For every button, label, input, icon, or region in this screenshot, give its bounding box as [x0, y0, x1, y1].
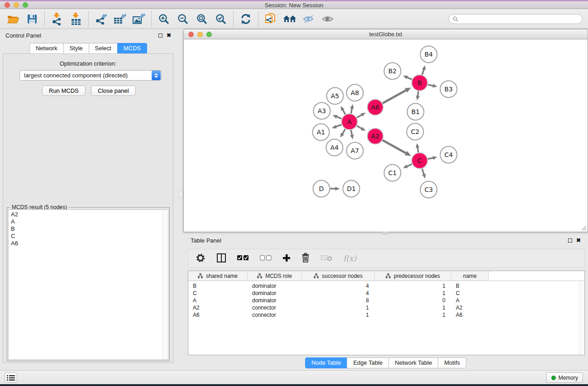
table-cell[interactable]: B	[188, 282, 248, 290]
tab-mcds[interactable]: MCDS	[117, 43, 147, 54]
refresh-layout-button[interactable]	[238, 11, 253, 27]
deselect-all-button[interactable]	[260, 255, 272, 262]
export-network-button[interactable]	[93, 11, 109, 27]
mcds-list-scrollbar[interactable]	[163, 210, 168, 359]
mcds-result-item[interactable]: A6	[9, 240, 162, 247]
vertical-splitter-handle[interactable]	[179, 191, 182, 198]
graph-edge-A-A2[interactable]	[357, 126, 363, 129]
table-row[interactable]: Bdominator41B	[188, 282, 584, 290]
table-row[interactable]: Adominator80A	[188, 297, 584, 304]
resize-grip-icon[interactable]	[581, 225, 587, 231]
select-all-button[interactable]	[237, 255, 249, 262]
mcds-result-item[interactable]: C	[9, 233, 162, 240]
show-all-button[interactable]	[320, 11, 335, 27]
table-cell[interactable]: dominator	[248, 282, 302, 290]
graph-edge-C-C3[interactable]	[422, 169, 424, 175]
graph-edge-B-B4[interactable]	[422, 69, 424, 75]
add-column-button[interactable]	[282, 254, 291, 263]
table-cell[interactable]: connector	[248, 311, 302, 319]
float-panel-icon[interactable]	[158, 33, 163, 38]
graph-edge-A-A6[interactable]	[357, 114, 363, 118]
table-row[interactable]: A6connector11A6	[188, 311, 584, 319]
table-cell[interactable]: 4	[302, 290, 375, 297]
tab-style[interactable]: Style	[63, 43, 89, 54]
import-network-button[interactable]	[49, 11, 65, 27]
network-window-titlebar[interactable]: testGlobe.txt	[183, 29, 588, 39]
column-header-shared-name[interactable]: shared name	[188, 271, 248, 281]
export-image-button[interactable]	[131, 11, 147, 27]
table-scrollbar[interactable]	[579, 281, 584, 354]
zoom-selected-button[interactable]	[213, 11, 229, 27]
table-cell[interactable]: B	[451, 282, 489, 290]
memory-button[interactable]: Memory	[546, 372, 583, 383]
table-cell[interactable]: 1	[302, 311, 375, 319]
search-input[interactable]	[460, 15, 578, 23]
mcds-result-item[interactable]: A	[9, 218, 162, 225]
tab-motifs[interactable]: Motifs	[438, 357, 466, 368]
zoom-out-button[interactable]	[175, 11, 191, 27]
table-cell[interactable]: 1	[375, 282, 451, 290]
graph-edge-B-B3[interactable]	[428, 85, 434, 86]
tab-select[interactable]: Select	[89, 43, 118, 54]
new-network-from-selection-button[interactable]	[263, 11, 278, 27]
graph-edge-A-A3[interactable]	[336, 116, 342, 119]
hide-selected-button[interactable]	[301, 11, 316, 27]
save-session-button[interactable]	[24, 11, 40, 27]
open-session-button[interactable]	[5, 11, 21, 27]
table-cell[interactable]: C	[451, 290, 489, 297]
table-cell[interactable]: A6	[451, 311, 489, 319]
table-cell[interactable]: A	[188, 297, 248, 304]
mcds-result-item[interactable]: A2	[9, 211, 162, 218]
column-header-name[interactable]: name	[451, 271, 489, 281]
tab-node-table[interactable]: Node Table	[305, 357, 348, 368]
graph-edge-A-A4[interactable]	[342, 129, 345, 134]
criterion-select[interactable]: largest connected component (directed)	[19, 70, 162, 81]
export-table-button[interactable]	[112, 11, 128, 27]
graph-edge-A2-C[interactable]	[382, 140, 406, 153]
table-cell[interactable]: connector	[248, 304, 302, 311]
float-table-panel-icon[interactable]	[568, 238, 572, 243]
table-row[interactable]: Cdominator41C	[188, 290, 584, 297]
table-options-button[interactable]	[196, 253, 206, 264]
delete-column-button[interactable]	[301, 253, 310, 264]
search-field[interactable]	[449, 14, 583, 24]
close-panel-button[interactable]: Close panel	[91, 86, 136, 96]
table-cell[interactable]: 1	[375, 304, 451, 311]
zoom-in-button[interactable]	[156, 11, 172, 27]
close-table-panel-icon[interactable]: ✖	[576, 238, 581, 243]
column-header-predecessor-nodes[interactable]: predecessor nodes	[375, 271, 451, 281]
column-header-successor-nodes[interactable]: successor nodes	[302, 271, 375, 281]
tab-network-table[interactable]: Network Table	[388, 357, 438, 368]
table-cell[interactable]: 1	[375, 311, 451, 319]
show-column-button[interactable]	[216, 253, 226, 264]
table-cell[interactable]: A	[451, 297, 489, 304]
table-cell[interactable]: C	[188, 290, 248, 297]
table-cell[interactable]: A2	[451, 304, 489, 311]
first-neighbors-button[interactable]	[282, 11, 297, 27]
mcds-result-item[interactable]: B	[9, 225, 162, 233]
run-mcds-button[interactable]: Run MCDS	[42, 86, 86, 96]
graph-edge-C-C1[interactable]	[406, 164, 412, 167]
import-table-button[interactable]	[68, 11, 84, 27]
table-cell[interactable]: A6	[188, 311, 248, 319]
graph-edge-A6-B[interactable]	[382, 90, 406, 103]
table-cell[interactable]: 8	[302, 297, 375, 304]
function-builder-button[interactable]: f(x)	[343, 254, 356, 263]
tab-edge-table[interactable]: Edge Table	[347, 357, 389, 368]
graph-edge-A-A1[interactable]	[335, 124, 341, 127]
table-cell[interactable]: 0	[375, 297, 451, 304]
table-cell[interactable]: 4	[302, 282, 375, 290]
table-row[interactable]: A2connector11A2	[188, 304, 584, 311]
graph-edge-B-B2[interactable]	[406, 77, 412, 79]
graph-edge-A-A5[interactable]	[342, 109, 345, 114]
table-cell[interactable]: dominator	[248, 290, 302, 297]
task-history-button[interactable]	[5, 372, 17, 383]
tab-network[interactable]: Network	[29, 43, 64, 54]
table-cell[interactable]: dominator	[248, 297, 302, 304]
delete-table-button[interactable]	[320, 254, 332, 263]
close-panel-icon[interactable]: ✖	[167, 33, 171, 38]
zoom-fit-button[interactable]	[194, 11, 210, 27]
table-cell[interactable]: 1	[302, 304, 375, 311]
table-cell[interactable]: A2	[188, 304, 248, 311]
table-cell[interactable]: 1	[375, 290, 451, 297]
